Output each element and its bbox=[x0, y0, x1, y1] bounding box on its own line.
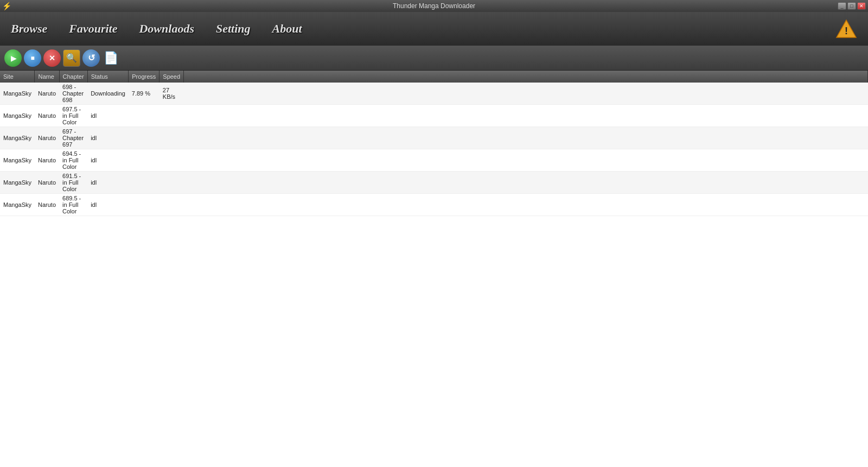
col-speed: Speed bbox=[159, 71, 184, 83]
cell-chapter: 694.5 - in Full Color bbox=[59, 149, 87, 172]
cell-chapter: 689.5 - in Full Color bbox=[59, 194, 87, 216]
menu-about[interactable]: About bbox=[272, 22, 302, 36]
cell-progress bbox=[129, 172, 159, 194]
cell-speed: 27 KB/s bbox=[159, 83, 184, 105]
table-row[interactable]: MangaSky Naruto 697 - Chapter 697 idl bbox=[0, 127, 868, 149]
table-header-row: Site Name Chapter Status Progress Speed bbox=[0, 71, 868, 83]
cell-progress bbox=[129, 194, 159, 216]
minimize-button[interactable]: _ bbox=[838, 2, 846, 10]
cell-name: Naruto bbox=[35, 172, 59, 194]
cell-extra bbox=[184, 83, 868, 105]
toolbar: ▶ ■ ✕ 🔍 ↺ 📄 bbox=[0, 46, 868, 71]
col-site: Site bbox=[0, 71, 35, 83]
app-icon: ⚡ bbox=[2, 2, 11, 10]
cell-speed bbox=[159, 172, 184, 194]
refresh-icon: ↺ bbox=[88, 53, 95, 63]
document-icon: 📄 bbox=[104, 51, 118, 65]
refresh-button[interactable]: ↺ bbox=[82, 49, 100, 67]
play-icon: ▶ bbox=[11, 54, 17, 62]
cell-site: MangaSky bbox=[0, 194, 35, 216]
cell-speed bbox=[159, 127, 184, 149]
close-button[interactable]: ✕ bbox=[857, 2, 866, 10]
stop-icon: ■ bbox=[30, 54, 34, 62]
maximize-button[interactable]: □ bbox=[847, 2, 856, 10]
col-name: Name bbox=[35, 71, 59, 83]
document-button[interactable]: 📄 bbox=[102, 49, 119, 67]
cell-name: Naruto bbox=[35, 105, 59, 127]
cell-site: MangaSky bbox=[0, 83, 35, 105]
cell-name: Naruto bbox=[35, 194, 59, 216]
cell-status: Downloading bbox=[87, 83, 129, 105]
cell-extra bbox=[184, 149, 868, 172]
cell-progress bbox=[129, 105, 159, 127]
warning-icon: ! bbox=[835, 19, 857, 39]
col-extra bbox=[184, 71, 868, 83]
search-button[interactable]: 🔍 bbox=[63, 49, 80, 67]
col-progress: Progress bbox=[129, 71, 159, 83]
cancel-button[interactable]: ✕ bbox=[43, 49, 61, 67]
cell-site: MangaSky bbox=[0, 172, 35, 194]
menu-downloads[interactable]: Downlaods bbox=[139, 22, 194, 36]
cell-progress bbox=[129, 127, 159, 149]
app-title: Thunder Manga Downloader bbox=[393, 2, 475, 10]
cell-chapter: 697 - Chapter 697 bbox=[59, 127, 87, 149]
cancel-icon: ✕ bbox=[49, 54, 55, 62]
cell-name: Naruto bbox=[35, 127, 59, 149]
cell-site: MangaSky bbox=[0, 149, 35, 172]
start-button[interactable]: ▶ bbox=[4, 49, 22, 67]
cell-status: idl bbox=[87, 172, 129, 194]
cell-status: idl bbox=[87, 105, 129, 127]
cell-chapter: 691.5 - in Full Color bbox=[59, 172, 87, 194]
cell-extra bbox=[184, 105, 868, 127]
cell-speed bbox=[159, 149, 184, 172]
menu-browse[interactable]: Browse bbox=[11, 22, 47, 36]
cell-speed bbox=[159, 194, 184, 216]
cell-site: MangaSky bbox=[0, 105, 35, 127]
cell-extra bbox=[184, 127, 868, 149]
window-controls: _ □ ✕ bbox=[838, 2, 866, 10]
svg-text:!: ! bbox=[845, 26, 848, 36]
magnify-icon: 🔍 bbox=[66, 53, 77, 63]
cell-site: MangaSky bbox=[0, 127, 35, 149]
table-row[interactable]: MangaSky Naruto 697.5 - in Full Color id… bbox=[0, 105, 868, 127]
cell-chapter: 698 - Chapter 698 bbox=[59, 83, 87, 105]
stop-button[interactable]: ■ bbox=[24, 49, 41, 67]
menu-bar: Browse Favourite Downlaods Setting About… bbox=[0, 12, 868, 46]
table-row[interactable]: MangaSky Naruto 698 - Chapter 698 Downlo… bbox=[0, 83, 868, 105]
menu-setting[interactable]: Setting bbox=[216, 22, 251, 36]
cell-status: idl bbox=[87, 194, 129, 216]
table-row[interactable]: MangaSky Naruto 691.5 - in Full Color id… bbox=[0, 172, 868, 194]
cell-name: Naruto bbox=[35, 83, 59, 105]
cell-extra bbox=[184, 172, 868, 194]
table-row[interactable]: MangaSky Naruto 694.5 - in Full Color id… bbox=[0, 149, 868, 172]
download-table-container: Site Name Chapter Status Progress Speed … bbox=[0, 71, 868, 467]
menu-favourite[interactable]: Favourite bbox=[69, 22, 117, 36]
table-row[interactable]: MangaSky Naruto 689.5 - in Full Color id… bbox=[0, 194, 868, 216]
cell-speed bbox=[159, 105, 184, 127]
col-chapter: Chapter bbox=[59, 71, 87, 83]
title-bar: ⚡ Thunder Manga Downloader _ □ ✕ bbox=[0, 0, 868, 12]
download-table: Site Name Chapter Status Progress Speed … bbox=[0, 71, 868, 216]
cell-extra bbox=[184, 194, 868, 216]
cell-status: idl bbox=[87, 149, 129, 172]
cell-status: idl bbox=[87, 127, 129, 149]
cell-chapter: 697.5 - in Full Color bbox=[59, 105, 87, 127]
cell-progress: 7.89 % bbox=[129, 83, 159, 105]
cell-progress bbox=[129, 149, 159, 172]
cell-name: Naruto bbox=[35, 149, 59, 172]
col-status: Status bbox=[87, 71, 129, 83]
